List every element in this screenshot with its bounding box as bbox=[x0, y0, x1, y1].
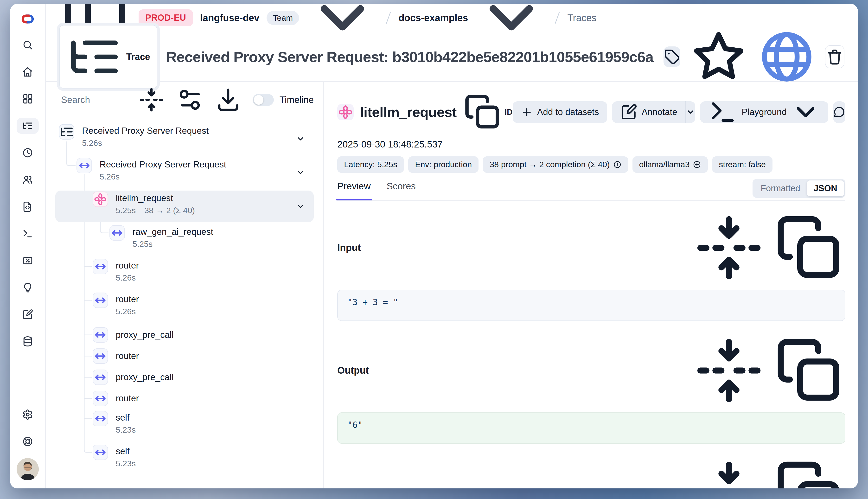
langfuse-logo bbox=[20, 11, 36, 27]
tags-button[interactable] bbox=[663, 46, 681, 67]
format-json-option[interactable]: JSON bbox=[807, 181, 844, 196]
sidebar-item-annotation[interactable] bbox=[16, 306, 39, 322]
tree-node-proxy-pre-call[interactable]: proxy_pre_call bbox=[55, 325, 314, 344]
copy-input-button[interactable] bbox=[773, 212, 845, 284]
annotate-dropdown-button[interactable] bbox=[685, 101, 695, 123]
tree-node-router[interactable]: router5.26s bbox=[55, 292, 314, 324]
tree-node-router[interactable]: router bbox=[55, 346, 314, 366]
span-icon bbox=[109, 225, 125, 241]
expand-chevron-icon[interactable] bbox=[296, 202, 305, 212]
bulb-icon bbox=[22, 282, 33, 293]
span-icon bbox=[93, 445, 108, 460]
copy-id-button[interactable]: ID bbox=[463, 93, 513, 132]
square-pen-icon bbox=[22, 309, 33, 320]
search-icon bbox=[22, 39, 33, 50]
circle-plus-icon[interactable] bbox=[693, 160, 701, 169]
collapse-all-button[interactable] bbox=[138, 86, 165, 113]
span: raw_gen_ai_request5.25s bbox=[133, 224, 213, 256]
sidebar-item-prompts[interactable] bbox=[16, 199, 39, 215]
ellipse bbox=[99, 194, 102, 198]
sidebar-item-users[interactable] bbox=[16, 172, 39, 188]
search-input[interactable] bbox=[61, 95, 138, 105]
collapse-metadata-button[interactable] bbox=[693, 457, 765, 488]
environment-badge[interactable]: PROD-EU bbox=[138, 9, 193, 26]
collapse-input-button[interactable] bbox=[693, 212, 765, 284]
tree-node-router[interactable]: router5.26s bbox=[55, 258, 314, 290]
sidebar-item-home[interactable] bbox=[16, 64, 39, 80]
sidebar-item-insights[interactable] bbox=[16, 280, 39, 295]
trace-type-badge: Trace bbox=[59, 25, 157, 89]
tree-node-received-proxy-server-request[interactable]: Received Proxy Server Request5.26s bbox=[55, 157, 314, 188]
terminal-icon bbox=[708, 97, 737, 126]
trace-tree-panel: Timeline bbox=[46, 82, 324, 488]
tree-node-self[interactable]: self5.23s bbox=[55, 410, 314, 442]
detail-scroll-area[interactable]: Input "3 + 3 = " Output bbox=[337, 212, 845, 488]
desktop-background: PROD-EU langfuse-dev Team docs-examples … bbox=[0, 0, 868, 499]
sidebar-item-playground[interactable] bbox=[16, 226, 39, 242]
copy-metadata-button[interactable] bbox=[773, 457, 845, 488]
tab-scores[interactable]: Scores bbox=[387, 181, 416, 200]
tree-node-litellm-request[interactable]: litellm_request5.25s38 → 2 (Σ 40) bbox=[55, 191, 314, 222]
copy-icon bbox=[773, 457, 845, 488]
project-name[interactable]: docs-examples bbox=[399, 13, 468, 23]
sidebar-item-evaluation[interactable] bbox=[16, 253, 39, 268]
div: Output bbox=[337, 334, 845, 406]
info-icon[interactable] bbox=[613, 160, 621, 169]
input-section-title: Input bbox=[337, 242, 361, 253]
span-icon bbox=[93, 327, 108, 343]
playground-button[interactable]: Playground bbox=[700, 101, 828, 123]
ellipse bbox=[347, 110, 352, 114]
user-avatar[interactable] bbox=[16, 458, 39, 480]
delete-trace-button[interactable] bbox=[825, 45, 844, 68]
div: Received Proxy Server Request5.26sReceiv… bbox=[55, 123, 314, 475]
annotate-button[interactable]: Annotate bbox=[612, 101, 685, 123]
expand-chevron-icon[interactable] bbox=[296, 168, 305, 178]
expand-chevron-icon[interactable] bbox=[296, 134, 305, 144]
breadcrumb-page[interactable]: Traces bbox=[567, 13, 596, 23]
sidebar-item-search[interactable] bbox=[16, 37, 39, 53]
timeline-toggle[interactable] bbox=[253, 94, 274, 106]
sidebar-item-dashboards[interactable] bbox=[16, 91, 39, 107]
fold-vertical-icon bbox=[693, 334, 765, 406]
svg bbox=[22, 147, 33, 158]
tree-node-router[interactable]: router bbox=[55, 389, 314, 408]
rect bbox=[800, 484, 836, 488]
organization-name[interactable]: langfuse-dev bbox=[200, 13, 260, 23]
copy-output-button[interactable] bbox=[773, 334, 845, 406]
detail-tabs: Preview Scores Formatted JSON bbox=[337, 181, 845, 201]
sidebar-item-datasets[interactable] bbox=[16, 333, 39, 349]
sidebar-item-settings[interactable] bbox=[16, 406, 39, 423]
badge-label: stream: false bbox=[719, 160, 766, 169]
tree-node-proxy-pre-call[interactable]: proxy_pre_call bbox=[55, 368, 314, 387]
lifebuoy-icon bbox=[22, 436, 33, 447]
path bbox=[298, 205, 303, 207]
public-share-button[interactable] bbox=[757, 27, 816, 86]
ellipse bbox=[95, 198, 99, 201]
badge-latency: Latency: 5.25s bbox=[337, 156, 404, 173]
tree-node-label: Received Proxy Server Request bbox=[100, 159, 226, 170]
comments-button[interactable] bbox=[833, 101, 845, 123]
sidebar-item-tracing[interactable] bbox=[16, 118, 39, 134]
tree-node-self[interactable]: self5.23s bbox=[55, 444, 314, 475]
copy-icon bbox=[773, 212, 845, 284]
path bbox=[665, 50, 678, 63]
sidebar-item-support[interactable] bbox=[16, 434, 39, 449]
tree-node-raw-gen-ai-request[interactable]: raw_gen_ai_request5.25s bbox=[55, 224, 314, 256]
tab-preview[interactable]: Preview bbox=[337, 181, 371, 200]
tree-node-duration: 5.23s bbox=[116, 425, 136, 435]
collapse-output-button[interactable] bbox=[693, 334, 765, 406]
tree-settings-button[interactable] bbox=[176, 86, 203, 113]
list-tree-icon bbox=[66, 29, 122, 85]
span: 5.26s bbox=[116, 273, 136, 282]
bookmark-star-button[interactable] bbox=[689, 27, 748, 86]
database-icon bbox=[22, 336, 33, 347]
rail-nav-group bbox=[16, 37, 39, 349]
org-plan-badge[interactable]: Team bbox=[267, 11, 299, 25]
circle bbox=[26, 259, 27, 259]
tree-node-received-proxy-server-request[interactable]: Received Proxy Server Request5.26s bbox=[55, 123, 314, 155]
add-to-datasets-button[interactable]: Add to datasets bbox=[513, 101, 607, 123]
sidebar-item-sessions[interactable] bbox=[16, 145, 39, 161]
download-button[interactable] bbox=[215, 86, 242, 113]
format-formatted-option[interactable]: Formatted bbox=[754, 181, 807, 196]
ellipse bbox=[340, 110, 344, 114]
